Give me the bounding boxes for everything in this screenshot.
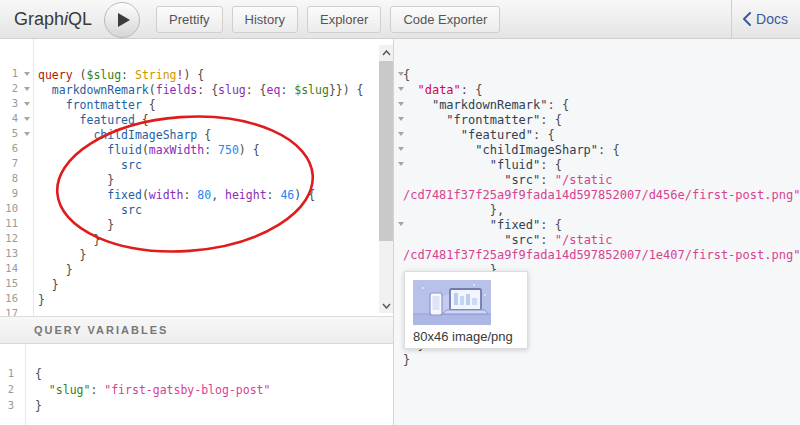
code-line: /cd7481f37f25a9f9fada14d597852007/1e407/…	[394, 246, 800, 261]
code-line: 10 src	[0, 201, 393, 216]
toolbar-button-code-exporter[interactable]: Code Exporter	[390, 6, 500, 33]
line-number: 2	[0, 381, 14, 397]
query-pane: 1query ($slug: String!) {2 markdownRemar…	[0, 39, 393, 425]
query-editor[interactable]: 1query ($slug: String!) {2 markdownRemar…	[0, 39, 393, 316]
docs-label: Docs	[756, 11, 788, 27]
code-line: "frontmatter": {	[394, 111, 800, 126]
result-viewer: { "data": { "markdownRemark": { "frontma…	[393, 39, 800, 425]
chevron-up-icon	[382, 50, 391, 56]
scroll-down-arrow[interactable]	[379, 298, 393, 313]
fold-arrow-icon[interactable]	[24, 87, 30, 91]
code-text: "slug": "first-gatsby-blog-post"	[35, 382, 270, 398]
line-number: 4	[0, 111, 18, 126]
code-line: 2 markdownRemark(fields: {slug: {eq: $sl…	[0, 81, 393, 96]
code-line: "fixed": {	[394, 216, 800, 231]
line-number: 1	[0, 365, 14, 381]
fold-arrow-icon[interactable]	[398, 222, 404, 226]
line-number: 3	[0, 397, 14, 413]
code-line: 3 frontmatter {	[0, 96, 393, 111]
code-line: 2 "slug": "first-gatsby-blog-post"	[0, 381, 393, 397]
toolbar: GraphiQL PrettifyHistoryExplorerCode Exp…	[0, 0, 800, 39]
scrollbar-thumb[interactable]	[379, 61, 393, 241]
toolbar-button-explorer[interactable]: Explorer	[307, 6, 381, 33]
query-code: 1query ($slug: String!) {2 markdownRemar…	[0, 39, 393, 316]
fold-arrow-icon[interactable]	[398, 87, 404, 91]
code-line: 4 featured {	[0, 111, 393, 126]
code-line: {	[394, 66, 800, 81]
code-text: {	[35, 366, 42, 382]
line-number: 12	[0, 231, 18, 246]
execute-query-button[interactable]	[104, 2, 140, 38]
editor-scrollbar[interactable]	[379, 45, 393, 313]
code-line: 1query ($slug: String!) {	[0, 66, 393, 81]
scroll-up-arrow[interactable]	[379, 45, 393, 60]
line-number: 13	[0, 246, 18, 261]
line-number: 1	[0, 66, 18, 81]
code-line: }	[394, 351, 800, 366]
toolbar-buttons: PrettifyHistoryExplorerCode Exporter	[156, 6, 500, 33]
code-line: 3}	[0, 397, 393, 413]
chevron-down-icon	[382, 303, 391, 309]
code-line: 11 }	[0, 216, 393, 231]
chevron-left-icon	[742, 12, 751, 26]
code-line: 16}	[0, 291, 393, 306]
fold-arrow-icon[interactable]	[398, 132, 404, 136]
code-line: 1{	[0, 365, 393, 381]
code-line: },	[394, 201, 800, 216]
graphiql-app: GraphiQL PrettifyHistoryExplorerCode Exp…	[0, 0, 800, 425]
line-number: 2	[0, 81, 18, 96]
fold-arrow-icon[interactable]	[398, 147, 404, 151]
code-line: "childImageSharp": {	[394, 141, 800, 156]
line-number: 10	[0, 201, 18, 216]
toolbar-button-prettify[interactable]: Prettify	[156, 6, 222, 33]
fold-arrow-icon[interactable]	[24, 117, 30, 121]
fold-arrow-icon[interactable]	[24, 132, 30, 136]
query-variables-title: QUERY VARIABLES	[34, 324, 168, 336]
code-line: 5 childImageSharp {	[0, 126, 393, 141]
code-line: "src": "/static	[394, 231, 800, 246]
code-line: "fluid": {	[394, 156, 800, 171]
image-preview-thumbnail	[413, 280, 491, 325]
fold-arrow-icon[interactable]	[24, 102, 30, 106]
logo-text-post: QL	[68, 9, 92, 29]
code-line: 7 src	[0, 156, 393, 171]
code-line: 13 }	[0, 246, 393, 261]
line-number: 11	[0, 216, 18, 231]
line-number: 17	[0, 306, 18, 316]
fold-arrow-icon[interactable]	[398, 117, 404, 121]
code-line: "markdownRemark": {	[394, 96, 800, 111]
variables-editor[interactable]: 1{2 "slug": "first-gatsby-blog-post"3}	[0, 344, 393, 425]
fold-arrow-icon[interactable]	[24, 72, 30, 76]
code-line: 17	[0, 306, 393, 316]
code-text: }	[35, 398, 42, 414]
code-text: }	[403, 353, 410, 368]
code-line: /cd7481f37f25a9f9fada14d597852007/d456e/…	[394, 186, 800, 201]
code-line: 15 }	[0, 276, 393, 291]
line-number: 3	[0, 96, 18, 111]
line-number: 14	[0, 261, 18, 276]
line-number: 7	[0, 156, 18, 171]
image-preview-tooltip: 80x46 image/png	[404, 271, 528, 349]
toolbar-button-history[interactable]: History	[232, 6, 298, 33]
line-number: 15	[0, 276, 18, 291]
code-line: 9 fixed(width: 80, height: 46) {	[0, 186, 393, 201]
code-line: "src": "/static	[394, 171, 800, 186]
fold-arrow-icon[interactable]	[398, 72, 404, 76]
query-variables-header[interactable]: QUERY VARIABLES	[0, 316, 393, 344]
logo-text-pre: Graph	[14, 9, 64, 29]
fold-arrow-icon[interactable]	[398, 102, 404, 106]
code-line: 6 fluid(maxWidth: 750) {	[0, 141, 393, 156]
line-number: 5	[0, 126, 18, 141]
play-icon	[118, 13, 130, 27]
line-number: 6	[0, 141, 18, 156]
code-line: "featured": {	[394, 126, 800, 141]
variables-code: 1{2 "slug": "first-gatsby-blog-post"3}	[0, 344, 393, 413]
line-number: 9	[0, 186, 18, 201]
docs-toggle-button[interactable]: Docs	[731, 0, 800, 38]
code-line: 14 }	[0, 261, 393, 276]
fold-arrow-icon[interactable]	[398, 162, 404, 166]
code-line: "data": {	[394, 81, 800, 96]
code-line: 8 }	[0, 171, 393, 186]
image-preview-caption: 80x46 image/png	[413, 329, 513, 344]
app-logo: GraphiQL	[14, 9, 92, 30]
